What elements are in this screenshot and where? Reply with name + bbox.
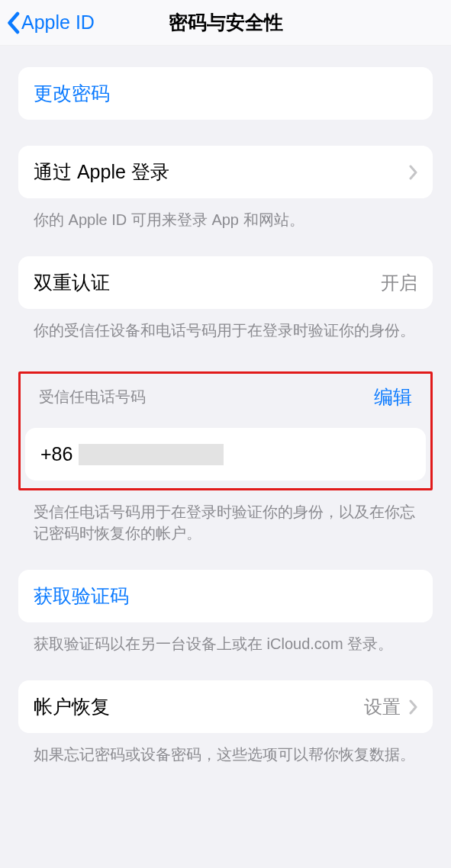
get-code-cell[interactable]: 获取验证码	[18, 570, 433, 622]
account-recovery-footer: 如果忘记密码或设备密码，这些选项可以帮你恢复数据。	[18, 733, 433, 765]
trusted-phone-header: 受信任电话号码 编辑	[24, 380, 427, 419]
trusted-phone-edit-button[interactable]: 编辑	[374, 384, 412, 410]
nav-bar: Apple ID 密码与安全性	[0, 0, 451, 46]
sign-in-with-apple-footer: 你的 Apple ID 可用来登录 App 和网站。	[18, 198, 433, 230]
two-factor-footer: 你的受信任设备和电话号码用于在登录时验证你的身份。	[18, 309, 433, 341]
sign-in-with-apple-cell[interactable]: 通过 Apple 登录	[18, 146, 433, 198]
chevron-left-icon	[6, 11, 21, 34]
trusted-phone-footer: 受信任电话号码用于在登录时验证你的身份，以及在你忘记密码时恢复你的帐户。	[18, 490, 433, 544]
change-password-cell[interactable]: 更改密码	[18, 67, 433, 120]
change-password-label: 更改密码	[34, 81, 110, 106]
account-recovery-cell[interactable]: 帐户恢复 设置	[18, 680, 433, 733]
two-factor-status: 开启	[381, 271, 417, 295]
get-code-label: 获取验证码	[34, 583, 129, 609]
trusted-phone-highlight: 受信任电话号码 编辑 +86	[18, 371, 433, 490]
trusted-phone-prefix: +86	[40, 443, 72, 465]
trusted-phone-redacted	[79, 444, 224, 465]
trusted-phone-cell[interactable]: +86	[25, 428, 426, 481]
chevron-right-icon	[408, 165, 417, 180]
change-password-group: 更改密码	[18, 67, 433, 120]
account-recovery-group: 帐户恢复 设置 如果忘记密码或设备密码，这些选项可以帮你恢复数据。	[18, 680, 433, 765]
trusted-phone-header-label: 受信任电话号码	[39, 387, 146, 407]
two-factor-cell[interactable]: 双重认证 开启	[18, 256, 433, 309]
account-recovery-label: 帐户恢复	[34, 694, 110, 719]
back-label: Apple ID	[21, 11, 95, 34]
two-factor-group: 双重认证 开启 你的受信任设备和电话号码用于在登录时验证你的身份。	[18, 256, 433, 341]
back-button[interactable]: Apple ID	[0, 11, 95, 34]
sign-in-with-apple-group: 通过 Apple 登录 你的 Apple ID 可用来登录 App 和网站。	[18, 146, 433, 230]
two-factor-label: 双重认证	[34, 270, 110, 295]
chevron-right-icon	[408, 699, 417, 715]
get-code-group: 获取验证码 获取验证码以在另一台设备上或在 iCloud.com 登录。	[18, 570, 433, 654]
get-code-footer: 获取验证码以在另一台设备上或在 iCloud.com 登录。	[18, 622, 433, 654]
account-recovery-status: 设置	[364, 695, 401, 719]
sign-in-with-apple-label: 通过 Apple 登录	[34, 159, 169, 185]
